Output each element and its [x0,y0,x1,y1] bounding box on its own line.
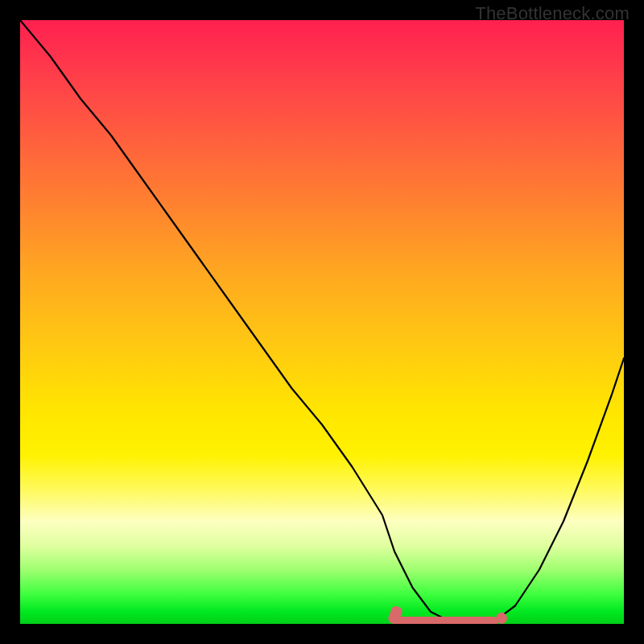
bottleneck-curve [20,20,624,624]
watermark-text: TheBottleneck.com [475,3,630,24]
chart-container: TheBottleneck.com [0,0,644,644]
plot-area [20,20,624,624]
